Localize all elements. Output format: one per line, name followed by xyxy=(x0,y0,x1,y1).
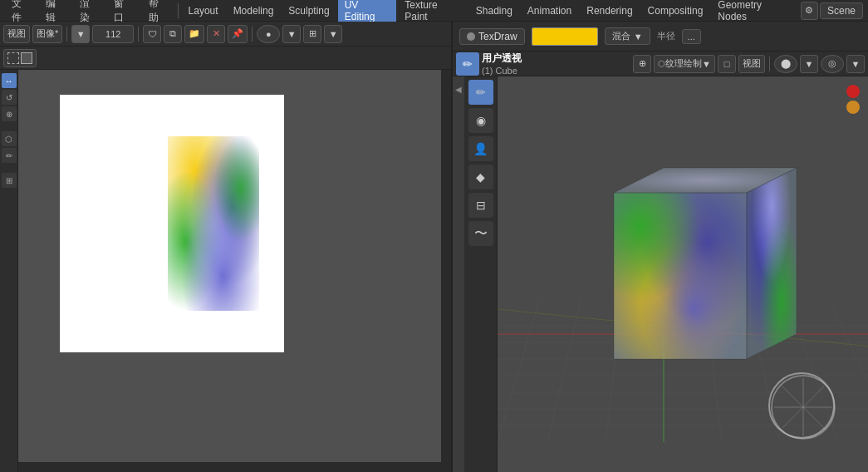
toolbar-sep-1 xyxy=(66,27,67,42)
svg-line-15 xyxy=(547,301,581,442)
paint-tools-wrapper: ◀ ✏ ◉ 👤 ◆ ⊟ 〜 xyxy=(453,76,498,472)
uv-toolbar-1: 视图 图像* ▼ 112 🛡 ⧉ 📁 ✕ 📌 ● ▼ ⊞ ▼ xyxy=(0,22,451,47)
vp-sep-1 xyxy=(769,57,770,71)
tool-icon-box: ✏ xyxy=(456,52,479,76)
viewport-view-label[interactable]: 视图 xyxy=(738,55,765,73)
uv-white-area xyxy=(60,95,284,352)
svg-marker-29 xyxy=(614,193,747,359)
workspace-animation[interactable]: Animation xyxy=(521,3,578,18)
blend-mode-arrow: ▼ xyxy=(634,32,643,42)
viewport-snap-icon[interactable]: ⊕ xyxy=(633,55,651,73)
paint-tool-extra[interactable]: 〜 xyxy=(468,221,493,246)
uv-pin-icon[interactable]: 📌 xyxy=(228,25,248,43)
uv-tool-cursor[interactable]: ⊞ xyxy=(2,173,17,188)
uv-tool-move[interactable]: ↔ xyxy=(2,73,17,88)
toolbar-sep-3 xyxy=(252,27,253,42)
uv-scrollbar-bottom[interactable] xyxy=(18,462,451,472)
viewport-overlay-btn[interactable]: ⬤ xyxy=(774,55,797,73)
color-dot-red xyxy=(846,85,860,98)
tool-sub: (1) Cube xyxy=(482,66,522,76)
uv-content-area: ↔ ↺ ⊕ ⬡ ✏ ⊞ xyxy=(0,70,451,472)
toolbar-sep-2 xyxy=(138,27,139,42)
uv-tool-rotate[interactable]: ↺ xyxy=(2,90,17,105)
texdraw-tab[interactable]: TexDraw xyxy=(459,28,525,45)
viewport-gizmo-arrow[interactable]: ▼ xyxy=(846,55,865,73)
workspace-uv-editing[interactable]: UV Editing xyxy=(338,0,397,24)
color-dot-orange xyxy=(846,101,860,114)
uv-texture-preview xyxy=(168,136,259,311)
radius-value-field[interactable]: ... xyxy=(682,29,701,44)
3d-viewport[interactable] xyxy=(498,76,868,472)
uv-tool-transform[interactable]: ⬡ xyxy=(2,131,17,146)
paint-tool-smear[interactable]: ◆ xyxy=(468,165,493,189)
uv-shield-icon[interactable]: 🛡 xyxy=(143,25,161,43)
texdraw-label: TexDraw xyxy=(478,31,517,42)
viewport-mode-box[interactable]: □ xyxy=(718,55,736,73)
blend-mode-label: 混合 xyxy=(612,30,630,42)
blend-mode-selector[interactable]: 混合 ▼ xyxy=(605,27,650,45)
paint-tool-mask[interactable]: 👤 xyxy=(468,136,493,161)
uv-left-tools: ↔ ↺ ⊕ ⬡ ✏ ⊞ xyxy=(0,70,18,472)
uv-folder-icon[interactable]: 📁 xyxy=(184,25,204,43)
uv-scrollbar-right[interactable] xyxy=(441,70,451,472)
top-menu-bar: 文件 编辑 渲染 窗口 帮助 Layout Modeling Sculpting… xyxy=(0,0,868,22)
svg-marker-33 xyxy=(747,168,797,359)
texture-paint-arrow: ▼ xyxy=(702,59,711,69)
uv-copy-icon[interactable]: ⧉ xyxy=(164,25,182,43)
viewport-content: ◀ ✏ ◉ 👤 ◆ ⊟ 〜 xyxy=(453,76,868,472)
textured-cube xyxy=(581,126,813,395)
uv-canvas[interactable] xyxy=(18,70,451,472)
paint-tool-clone[interactable]: ⊟ xyxy=(468,193,493,218)
texdraw-dot xyxy=(467,32,475,41)
viewport-toolbar: ✏ 用户透视 (1) Cube ⊕ ⬡ 纹理绘制 ▼ □ 视图 ⬤ ▼ ◎ ▼ xyxy=(453,52,868,76)
uv-editor-panel: 视图 图像* ▼ 112 🛡 ⧉ 📁 ✕ 📌 ● ▼ ⊞ ▼ xyxy=(0,22,453,472)
radius-label: 半径 xyxy=(657,30,675,42)
paint-panel-collapse[interactable]: ◀ xyxy=(453,76,464,101)
workspace-layout[interactable]: Layout xyxy=(182,3,225,18)
workspace-compositing[interactable]: Compositing xyxy=(641,3,710,18)
right-panel: TexDraw 混合 ▼ 半径 ... ✏ 用户透视 (1) Cube ⊕ xyxy=(453,22,868,472)
uv-snap-icon[interactable]: ⊞ xyxy=(303,25,321,43)
engine-selector-icon[interactable]: ⚙ xyxy=(801,2,818,20)
uv-snap-arrow[interactable]: ▼ xyxy=(324,25,342,43)
uv-close-icon[interactable]: ✕ xyxy=(207,25,225,43)
color-dots xyxy=(846,85,860,114)
tool-name: 用户透视 xyxy=(482,52,522,66)
uv-overlay-icon[interactable]: ● xyxy=(257,25,280,43)
workspace-texture-paint[interactable]: Texture Paint xyxy=(398,0,467,24)
viewport-mode-selector[interactable]: ⬡ 纹理绘制 ▼ xyxy=(654,55,715,73)
workspace-rendering[interactable]: Rendering xyxy=(580,3,639,18)
tool-info: 用户透视 (1) Cube xyxy=(482,52,522,76)
paint-tool-fill[interactable]: ◉ xyxy=(468,108,493,133)
uv-tool-annotate[interactable]: ✏ xyxy=(2,148,17,163)
scene-grid xyxy=(498,76,868,472)
viewport-overlay-arrow[interactable]: ▼ xyxy=(800,55,818,73)
active-tool-panel: TexDraw 混合 ▼ 半径 ... xyxy=(453,22,868,52)
uv-view-menu[interactable]: 视图 xyxy=(3,25,30,43)
uv-image-menu[interactable]: 图像* xyxy=(32,25,62,43)
workspace-geometry-nodes[interactable]: Geometry Nodes xyxy=(711,0,797,24)
workspace-shading[interactable]: Shading xyxy=(469,3,519,18)
workspace-modeling[interactable]: Modeling xyxy=(227,3,281,18)
brush-color-preview[interactable] xyxy=(532,27,598,46)
paint-tool-brush[interactable]: ✏ xyxy=(468,80,493,105)
svg-line-14 xyxy=(498,301,539,442)
orientation-circle xyxy=(768,372,835,439)
viewport-gizmo-btn[interactable]: ◎ xyxy=(821,55,844,73)
uv-tool-scale[interactable]: ⊕ xyxy=(2,106,17,121)
workspace-sculpting[interactable]: Sculpting xyxy=(282,3,336,18)
texture-paint-label: 纹理绘制 xyxy=(665,57,702,70)
uv-zoom-value[interactable]: 112 xyxy=(92,25,134,43)
uv-toolbar-2 xyxy=(0,47,451,70)
uv-select-box[interactable] xyxy=(3,49,37,67)
paint-sidebar: ✏ ◉ 👤 ◆ ⊟ 〜 xyxy=(464,76,498,472)
scene-label[interactable]: Scene xyxy=(820,2,863,19)
uv-overlay-arrow[interactable]: ▼ xyxy=(282,25,301,43)
main-layout: 视图 图像* ▼ 112 🛡 ⧉ 📁 ✕ 📌 ● ▼ ⊞ ▼ xyxy=(0,22,868,472)
svg-rect-6 xyxy=(168,136,259,311)
uv-image-picker[interactable]: ▼ xyxy=(71,25,90,43)
texture-paint-icon: ⬡ xyxy=(658,59,665,68)
